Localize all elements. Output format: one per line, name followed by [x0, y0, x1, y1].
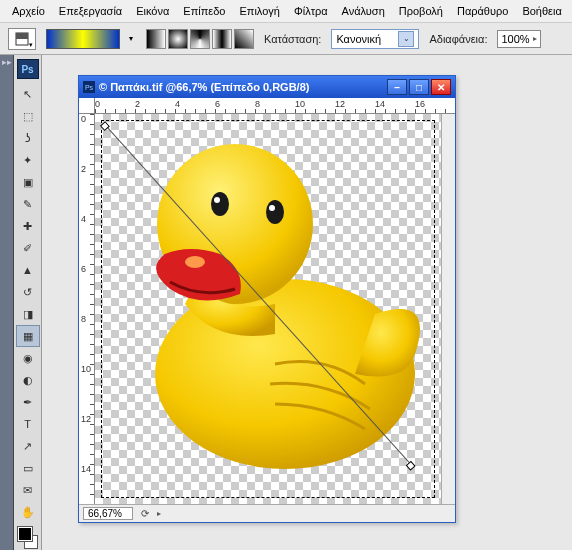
chevron-down-icon: ⌄	[398, 31, 414, 47]
menu-filter[interactable]: Φίλτρα	[288, 3, 334, 19]
close-button[interactable]: ✕	[431, 79, 451, 95]
arrow-right-icon: ▸	[533, 34, 537, 43]
opacity-input[interactable]: 100% ▸	[497, 30, 541, 48]
ruler-tick: 4	[81, 214, 86, 224]
ruler-tick: 14	[81, 464, 91, 474]
document-window: Ps © Παπάκι.tif @66,7% (Επίπεδο 0,RGB/8)…	[78, 75, 456, 523]
move-tool[interactable]: ↖	[16, 83, 40, 105]
foreground-swatch[interactable]	[18, 527, 32, 541]
status-menu-icon[interactable]: ▸	[157, 509, 161, 518]
opacity-value: 100%	[501, 33, 529, 45]
refresh-icon[interactable]: ⟳	[141, 508, 149, 519]
gradient-linear-button[interactable]	[146, 29, 166, 49]
ruler-tick: 0	[81, 114, 86, 124]
expand-icon: ▸▸	[0, 55, 13, 69]
notes-tool[interactable]: ✉	[16, 479, 40, 501]
eraser-tool[interactable]: ◨	[16, 303, 40, 325]
ruler-tick: 10	[295, 99, 305, 109]
type-tool[interactable]: T	[16, 413, 40, 435]
menu-view[interactable]: Προβολή	[393, 3, 449, 19]
document-title: © Παπάκι.tif @66,7% (Επίπεδο 0,RGB/8)	[99, 81, 383, 93]
opacity-label: Αδιαφάνεια:	[429, 33, 487, 45]
titlebar[interactable]: Ps © Παπάκι.tif @66,7% (Επίπεδο 0,RGB/8)…	[79, 76, 455, 98]
toolbox: Ps ↖ ⬚ ʖ ✦ ▣ ✎ ✚ ✐ ▲ ↺ ◨ ▦ ◉ ◐ ✒ T ↗ ▭ ✉…	[14, 55, 42, 550]
dodge-tool[interactable]: ◐	[16, 369, 40, 391]
ruler-tick: 2	[81, 164, 86, 174]
shape-tool[interactable]: ▭	[16, 457, 40, 479]
gradient-radial-button[interactable]	[168, 29, 188, 49]
ruler-tick: 16	[415, 99, 425, 109]
scrollbar-vertical[interactable]	[441, 114, 455, 504]
menu-file[interactable]: Αρχείο	[6, 3, 51, 19]
blur-tool[interactable]: ◉	[16, 347, 40, 369]
eyedropper-tool[interactable]: ✎	[16, 193, 40, 215]
ruler-tick: 0	[95, 99, 100, 109]
hand-tool[interactable]: ✋	[16, 501, 40, 523]
crop-tool[interactable]: ▣	[16, 171, 40, 193]
ruler-horizontal[interactable]: 0 2 4 6 8 10 12 14 16	[95, 98, 455, 114]
menu-bar: Αρχείο Επεξεργασία Εικόνα Επίπεδο Επιλογ…	[0, 0, 572, 23]
gradient-angle-button[interactable]	[190, 29, 210, 49]
heal-tool[interactable]: ✚	[16, 215, 40, 237]
ruler-tick: 12	[81, 414, 91, 424]
brush-tool[interactable]: ✐	[16, 237, 40, 259]
document-icon: Ps	[83, 81, 95, 93]
gradient-reflected-button[interactable]	[212, 29, 232, 49]
ruler-tick: 8	[81, 314, 86, 324]
ruler-tick: 2	[135, 99, 140, 109]
gradient-type-group	[146, 29, 254, 49]
blend-mode-select[interactable]: Κανονική ⌄	[331, 29, 419, 49]
workspace: Ps © Παπάκι.tif @66,7% (Επίπεδο 0,RGB/8)…	[42, 55, 572, 550]
ruler-tick: 6	[81, 264, 86, 274]
gradient-diamond-button[interactable]	[234, 29, 254, 49]
path-tool[interactable]: ↗	[16, 435, 40, 457]
blend-mode-value: Κανονική	[336, 33, 381, 45]
menu-help[interactable]: Βοήθεια	[516, 3, 567, 19]
options-bar: Κατάσταση: Κανονική ⌄ Αδιαφάνεια: 100% ▸	[0, 23, 572, 55]
ruler-vertical[interactable]: 0 2 4 6 8 10 12 14	[79, 114, 95, 504]
menu-window[interactable]: Παράθυρο	[451, 3, 514, 19]
status-bar: 66,67% ⟳ ▸	[79, 504, 455, 522]
ruler-tick: 12	[335, 99, 345, 109]
lasso-tool[interactable]: ʖ	[16, 127, 40, 149]
ruler-tick: 8	[255, 99, 260, 109]
zoom-field[interactable]: 66,67%	[83, 507, 133, 520]
color-swatches[interactable]	[16, 525, 40, 549]
marquee-tool[interactable]: ⬚	[16, 105, 40, 127]
palette-dock[interactable]: ▸▸	[0, 55, 14, 550]
menu-layer[interactable]: Επίπεδο	[177, 3, 231, 19]
canvas[interactable]	[95, 114, 441, 504]
menu-image[interactable]: Εικόνα	[130, 3, 175, 19]
ruler-origin[interactable]	[79, 98, 95, 114]
wand-tool[interactable]: ✦	[16, 149, 40, 171]
app-logo: Ps	[17, 59, 39, 79]
ruler-tick: 6	[215, 99, 220, 109]
ruler-tick: 10	[81, 364, 91, 374]
ruler-tick: 14	[375, 99, 385, 109]
gradient-picker[interactable]	[46, 29, 120, 49]
maximize-button[interactable]: □	[409, 79, 429, 95]
gradient-tool[interactable]: ▦	[16, 325, 40, 347]
tool-preset-picker[interactable]	[8, 28, 36, 50]
menu-analysis[interactable]: Ανάλυση	[336, 3, 391, 19]
ruler-tick: 4	[175, 99, 180, 109]
pen-tool[interactable]: ✒	[16, 391, 40, 413]
stamp-tool[interactable]: ▲	[16, 259, 40, 281]
menu-select[interactable]: Επιλογή	[233, 3, 285, 19]
svg-rect-1	[16, 33, 28, 39]
history-brush-tool[interactable]: ↺	[16, 281, 40, 303]
menu-edit[interactable]: Επεξεργασία	[53, 3, 128, 19]
mode-label: Κατάσταση:	[264, 33, 321, 45]
minimize-button[interactable]: –	[387, 79, 407, 95]
